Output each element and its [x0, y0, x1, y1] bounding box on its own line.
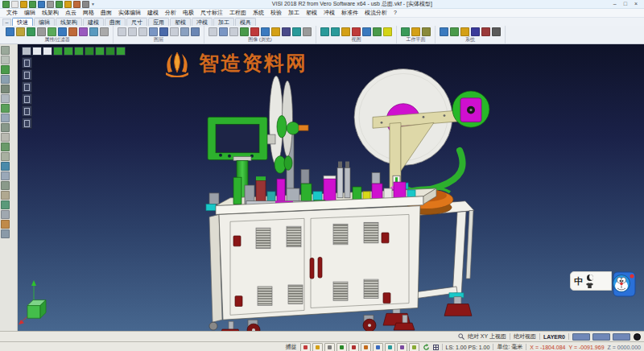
ribbon-icon[interactable]: [89, 27, 98, 36]
attribute-swatch[interactable]: [592, 333, 610, 341]
ribbon-icon[interactable]: [362, 27, 371, 36]
minimize-button[interactable]: –: [613, 0, 617, 8]
snap-toggle-button[interactable]: [409, 343, 419, 351]
refresh-icon[interactable]: [423, 344, 430, 351]
ribbon-tab[interactable]: 尺寸: [126, 18, 147, 26]
ime-moon-icon[interactable]: [587, 275, 593, 281]
toolbar-icon[interactable]: [1, 123, 10, 132]
menu-item[interactable]: 加工: [288, 9, 299, 17]
color-indicator[interactable]: [634, 333, 641, 341]
active-layer[interactable]: LAYER0: [543, 334, 565, 340]
ribbon-icon[interactable]: [170, 27, 179, 36]
toolbar-icon[interactable]: [1, 133, 10, 142]
ribbon-icon[interactable]: [219, 27, 228, 36]
ribbon-icon[interactable]: [331, 27, 340, 36]
menu-item[interactable]: 网格: [83, 9, 94, 17]
quick-access-icon[interactable]: [56, 1, 63, 8]
ribbon-icon[interactable]: [79, 27, 88, 36]
guide-reel[interactable]: [452, 91, 489, 127]
ribbon-icon[interactable]: [341, 27, 350, 36]
ribbon-icon[interactable]: [208, 27, 217, 36]
snap-toggle-button[interactable]: [312, 343, 323, 351]
ribbon-icon[interactable]: [261, 27, 270, 36]
toolbar-icon[interactable]: [1, 210, 10, 219]
snap-toggle-button[interactable]: [349, 343, 359, 351]
ribbon-icon[interactable]: [460, 27, 469, 36]
ribbon-icon[interactable]: [373, 27, 382, 36]
snap-toggle-button[interactable]: [385, 343, 395, 351]
ribbon-icon[interactable]: [471, 27, 480, 36]
viewport-side-button[interactable]: [22, 118, 32, 129]
toolbar-icon[interactable]: [1, 220, 10, 229]
snap-toggle-button[interactable]: [300, 343, 311, 351]
ribbon-tab[interactable]: 建模: [83, 18, 104, 26]
menu-item[interactable]: 曲面: [101, 9, 112, 17]
ribbon-tab[interactable]: 模具: [235, 18, 256, 26]
machine-cabinet[interactable]: [209, 188, 436, 322]
menu-item[interactable]: 系统: [253, 9, 264, 17]
ribbon-icon[interactable]: [292, 27, 301, 36]
toolbar-icon[interactable]: [1, 152, 10, 161]
view-tool-icon[interactable]: [22, 47, 31, 56]
toolbar-icon[interactable]: [1, 162, 10, 171]
ribbon-icon[interactable]: [450, 27, 459, 36]
viewport-side-button[interactable]: [22, 105, 32, 117]
ribbon-tab[interactable]: 加工: [213, 18, 234, 26]
ribbon-icon[interactable]: [481, 27, 490, 36]
machine-model[interactable]: [18, 44, 644, 331]
menu-item[interactable]: 电极: [183, 9, 194, 17]
menu-item[interactable]: 标准件: [341, 9, 358, 17]
menu-item[interactable]: 文件: [6, 9, 18, 17]
ribbon-icon[interactable]: [16, 27, 25, 36]
snap-toggle-button[interactable]: [397, 343, 407, 351]
menu-item[interactable]: 实体编辑: [118, 9, 141, 17]
ribbon-icon[interactable]: [37, 27, 46, 36]
snap-toggle-button[interactable]: [336, 343, 347, 351]
viewport-side-button[interactable]: [22, 81, 32, 93]
toolbar-icon[interactable]: [1, 56, 10, 64]
view-tool-icon[interactable]: [43, 47, 52, 56]
ribbon-icon[interactable]: [47, 27, 56, 36]
quick-access-icon[interactable]: [47, 1, 54, 8]
menu-item[interactable]: 编辑: [24, 9, 35, 17]
ime-toolbar[interactable]: 中: [570, 271, 636, 297]
toolbar-icon[interactable]: [1, 200, 10, 209]
ribbon-icon[interactable]: [320, 27, 329, 36]
ribbon-collapse-icon[interactable]: –: [2, 19, 11, 26]
quick-access-icon[interactable]: [64, 1, 72, 8]
ribbon-icon[interactable]: [383, 27, 392, 36]
toolbar-icon[interactable]: [1, 142, 10, 151]
menu-item[interactable]: 校验: [270, 9, 282, 17]
menu-item[interactable]: 点云: [65, 9, 76, 17]
attribute-swatch[interactable]: [572, 333, 590, 341]
ribbon-icon[interactable]: [138, 27, 147, 36]
toolbar-icon[interactable]: [1, 65, 10, 74]
ribbon-tab[interactable]: 线架构: [56, 18, 82, 26]
menu-item[interactable]: 工程图: [229, 9, 246, 17]
quick-access-icon[interactable]: [2, 1, 10, 8]
menu-item[interactable]: 模流分析: [365, 9, 387, 17]
quick-access-icon[interactable]: [11, 1, 19, 8]
ribbon-icon[interactable]: [118, 27, 126, 36]
ribbon-icon[interactable]: [229, 27, 238, 36]
ribbon-icon[interactable]: [411, 27, 420, 36]
menu-item[interactable]: ?: [394, 9, 397, 17]
ribbon-icon[interactable]: [303, 27, 312, 36]
toolbar-icon[interactable]: [1, 171, 10, 180]
ribbon-tab[interactable]: 曲面: [105, 18, 126, 26]
view-tool-icon[interactable]: [105, 47, 115, 56]
ime-doraemon-avatar[interactable]: [612, 271, 636, 297]
toolbar-icon[interactable]: [1, 114, 10, 122]
toolbar-icon[interactable]: [1, 181, 10, 190]
snap-toggle-button[interactable]: [361, 343, 371, 351]
close-button[interactable]: ×: [634, 0, 638, 8]
toolbar-icon[interactable]: [1, 229, 10, 238]
ribbon-icon[interactable]: [492, 27, 501, 36]
viewport-side-button[interactable]: [22, 93, 32, 105]
grid-icon[interactable]: [433, 345, 439, 350]
ribbon-icon[interactable]: [6, 27, 14, 36]
ribbon-icon[interactable]: [352, 27, 361, 36]
view-tool-icon[interactable]: [95, 47, 105, 56]
view-tool-icon[interactable]: [116, 47, 126, 56]
toolbar-icon[interactable]: [1, 94, 10, 103]
